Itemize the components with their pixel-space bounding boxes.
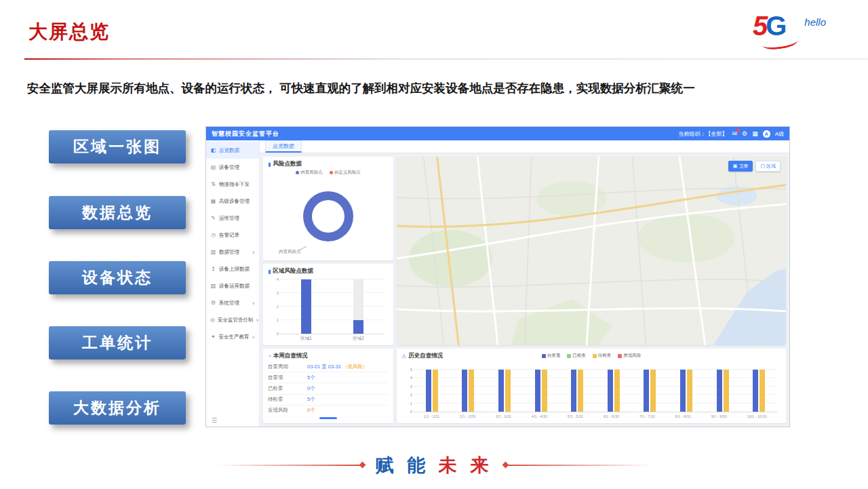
region-xlabels: 区域1区域2 — [280, 335, 384, 342]
x-tick-label: 7/1 - 7/31 — [639, 414, 655, 418]
legend-label: 已检查 — [572, 353, 586, 359]
nav-button-region-map[interactable]: 区域一张图 — [49, 130, 186, 163]
data-icon: ▥ — [210, 249, 216, 255]
sidebar-item-safety-education[interactable]: ✦安全生产教育∨ — [206, 328, 259, 345]
panel-title: 风险点数据 — [273, 160, 302, 168]
region-icon: ▢ — [760, 163, 765, 169]
panel-title: 本周自查情况 — [273, 352, 308, 360]
bar — [571, 370, 576, 412]
y-tick-label: 4 — [403, 376, 412, 380]
legend-item[interactable]: 待检查 — [593, 353, 612, 359]
risk-points-panel: ▮风险点数据 内置风险点自定义风险点 内置风险点 — [263, 157, 393, 260]
map-panel[interactable]: ▣卫星 ▢区域 — [397, 157, 786, 345]
clock-icon: ◔ — [268, 353, 271, 359]
user-name[interactable]: A级 — [775, 130, 784, 138]
x-tick-label: 8/1 - 8/31 — [675, 414, 691, 418]
footer-line-right — [506, 465, 652, 466]
sidebar-item-system-mgmt[interactable]: ⚙系统管理∨ — [206, 294, 259, 311]
sidebar-item-ops-mgmt[interactable]: ✎运维管理 — [206, 210, 259, 227]
x-tick-label: 4/1 - 4/30 — [532, 414, 547, 418]
bar — [608, 370, 613, 412]
history-xlabels: 1/1 - 1/312/1 - 2/293/1 - 3/314/1 - 4/30… — [414, 413, 777, 420]
overview-icon: ◧ — [210, 147, 216, 153]
x-tick-label: 3/1 - 3/31 — [496, 414, 511, 418]
legend-swatch — [618, 354, 622, 358]
nav-button-device-status[interactable]: 设备状态 — [49, 261, 186, 294]
map-region-button[interactable]: ▢区域 — [755, 161, 781, 172]
legend-item[interactable]: 已检查 — [567, 353, 586, 359]
chart-icon: ▮ — [268, 161, 271, 168]
sidebar-item-overview[interactable]: ◧总览数据 — [206, 142, 259, 159]
alarm-icon: ◷ — [210, 232, 216, 238]
sidebar-item-device-report[interactable]: ↥设备上报数据 — [206, 260, 259, 277]
current-org-label: 当前组织：【全部】 — [679, 130, 728, 138]
chevron-down-icon: ∨ — [252, 300, 255, 305]
bar — [542, 370, 547, 412]
chevron-down-icon: ∨ — [252, 250, 255, 254]
legend-item[interactable]: 发现风险 — [618, 353, 641, 359]
legend-label: 自查项 — [547, 353, 561, 359]
legend-item[interactable]: 自定义风险点 — [330, 170, 361, 176]
bar — [680, 370, 686, 412]
pagination-indicator[interactable] — [319, 417, 337, 419]
bar — [505, 370, 511, 412]
map-satellite-button[interactable]: ▣卫星 — [728, 161, 753, 172]
legend-item[interactable]: 自查项 — [542, 353, 561, 359]
command-icon: ⇅ — [210, 181, 216, 187]
y-tick-label: 2 — [403, 393, 412, 397]
y-tick-label: 1 — [403, 402, 412, 406]
notification-icon[interactable]: ✉ — [732, 131, 738, 137]
x-tick-label: 1/1 - 1/31 — [424, 414, 439, 418]
bar — [462, 370, 467, 412]
table-row: 待检查 5个 — [268, 395, 389, 406]
table-row: 发现风险 0个 — [268, 406, 389, 416]
nav-button-big-data[interactable]: 大数据分析 — [49, 391, 186, 425]
legend-label: 内置风险点 — [300, 170, 323, 176]
nav-button-data-overview[interactable]: 数据总览 — [49, 196, 186, 229]
y-tick-label: 0 — [269, 332, 279, 336]
sidebar-item-iot-command[interactable]: ⇅物连指令下发 — [206, 176, 259, 193]
sidebar-item-advanced-device[interactable]: ▦高级设备管理 — [206, 193, 259, 210]
region-plot: 01234 — [280, 279, 384, 334]
history-plot: 012345 — [414, 370, 777, 412]
bar — [687, 370, 692, 412]
legend-label: 发现风险 — [623, 353, 641, 359]
tab-overview[interactable]: 总览数据 — [265, 140, 302, 153]
settings-icon[interactable]: ⚙ — [742, 131, 747, 137]
user-avatar[interactable]: A — [763, 130, 770, 138]
bar — [760, 370, 765, 412]
history-selfcheck-panel: ⚠历史自查情况 自查项已检查待检查发现风险 012345 1/1 - 1/312… — [397, 349, 786, 423]
legend-dot — [296, 171, 299, 174]
slide-footer: 赋 能 未 来 — [0, 453, 868, 477]
legend-label: 待检查 — [598, 353, 612, 359]
sidebar-item-device-operation[interactable]: ▧设备运营数据 — [206, 277, 259, 294]
sidebar-item-data-mgmt[interactable]: ▥数据管理∨ — [206, 243, 259, 260]
bar — [614, 370, 620, 412]
sidebar-item-alarm-log[interactable]: ◷告警记录 — [206, 227, 259, 243]
nav-button-work-orders[interactable]: 工单统计 — [49, 326, 186, 359]
history-bars — [414, 370, 777, 412]
x-tick-label: 区域1 — [300, 336, 312, 342]
sidebar-item-device-mgmt[interactable]: ▤设备管理 — [206, 159, 259, 176]
bar-group — [535, 370, 547, 412]
chevron-down-icon: ∨ — [256, 317, 258, 322]
sidebar-item-safety-duty[interactable]: ◎安全监管责任制∨ — [206, 311, 259, 328]
sidebar-collapse-icon[interactable]: ☰ — [212, 417, 217, 424]
legend-item[interactable]: 内置风险点 — [296, 170, 323, 176]
notification-badge — [736, 129, 740, 132]
apps-icon[interactable]: ▦ — [752, 131, 758, 137]
legend-dot — [330, 171, 333, 174]
table-row: 已检查 0个 — [268, 383, 389, 394]
weekly-selfcheck-panel: ◔本周自查情况 自查周期 03-01 至 03-31 （低风险） 自查项 5个 — [263, 349, 393, 423]
bar — [578, 370, 583, 412]
x-tick-label: 5/1 - 5/31 — [568, 414, 583, 418]
logo-hello: hello — [804, 16, 826, 28]
campus-map[interactable] — [397, 157, 786, 345]
page-title: 大屏总览 — [28, 19, 110, 45]
y-tick-label: 3 — [269, 291, 279, 295]
bar — [724, 370, 729, 412]
donut-callout-label: 内置风险点 — [279, 249, 301, 255]
device-icon: ▤ — [210, 164, 216, 170]
x-tick-label: 区域2 — [353, 336, 364, 342]
legend-swatch — [542, 354, 546, 358]
